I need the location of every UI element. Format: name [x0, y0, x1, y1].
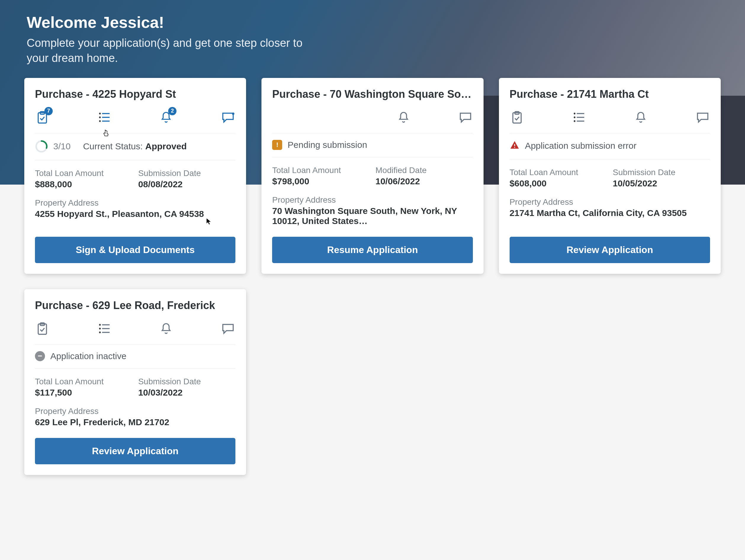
bell-icon[interactable]: 2 [159, 110, 173, 125]
address-label: Property Address [510, 197, 710, 207]
total-loan-value: $608,000 [510, 178, 607, 188]
welcome-subtitle: Complete your application(s) and get one… [27, 36, 311, 66]
primary-cta-button[interactable]: Review Application [35, 438, 235, 464]
card-title: Purchase - 70 Washington Square So… [272, 88, 473, 100]
total-loan-value: $798,000 [272, 176, 369, 186]
total-loan-label: Total Loan Amount [35, 377, 132, 386]
bell-icon[interactable] [634, 110, 648, 125]
address-value: 4255 Hopyard St., Pleasanton, CA 94538 [35, 209, 235, 219]
card-icon-row [272, 110, 473, 133]
status-row: 3/10 Current Status: Approved [35, 133, 235, 160]
svg-point-25 [574, 120, 575, 122]
total-loan-label: Total Loan Amount [272, 166, 369, 175]
address-value: 70 Washington Square South, New York, NY… [272, 206, 473, 226]
svg-point-2 [99, 113, 101, 114]
inactive-icon: − [35, 351, 45, 361]
svg-point-31 [99, 324, 101, 325]
address-field: Property Address 70 Washington Square So… [272, 195, 473, 226]
tasks-badge: 7 [44, 107, 53, 115]
application-card: Purchase - 4225 Hopyard St 7 2 3/10 Curr… [24, 78, 246, 274]
bell-icon[interactable] [396, 110, 411, 125]
bell-icon[interactable] [159, 321, 173, 336]
details-grid: Total Loan Amount $888,000 Submission Da… [35, 160, 235, 219]
total-loan-value: $888,000 [35, 179, 132, 189]
date-label: Submission Date [613, 168, 710, 177]
warning-icon: ! [272, 140, 282, 150]
alerts-badge: 2 [168, 107, 176, 115]
details-grid: Total Loan Amount $608,000 Submission Da… [510, 159, 710, 218]
card-title: Purchase - 21741 Martha Ct [510, 88, 710, 100]
tasks-icon[interactable] [35, 321, 50, 336]
list-icon[interactable] [572, 110, 586, 125]
status-value: Approved [145, 141, 187, 151]
card-icon-row: 7 2 [35, 110, 235, 133]
address-value: 21741 Martha Ct, California City, CA 935… [510, 208, 710, 218]
chat-icon[interactable] [695, 110, 710, 125]
card-icon-row [35, 321, 235, 345]
total-loan-field: Total Loan Amount $117,500 [35, 377, 132, 398]
date-label: Modified Date [376, 166, 473, 175]
total-loan-field: Total Loan Amount $608,000 [510, 168, 607, 188]
card-icon-row [510, 110, 710, 133]
applications-grid: Purchase - 4225 Hopyard St 7 2 3/10 Curr… [0, 78, 745, 499]
primary-cta-button[interactable]: Resume Application [272, 237, 473, 263]
address-label: Property Address [35, 198, 235, 208]
svg-point-6 [99, 120, 101, 122]
svg-point-35 [99, 331, 101, 333]
address-field: Property Address 4255 Hopyard St., Pleas… [35, 198, 235, 219]
total-loan-value: $117,500 [35, 387, 132, 398]
details-grid: Total Loan Amount $117,500 Submission Da… [35, 369, 235, 427]
total-loan-label: Total Loan Amount [35, 168, 132, 178]
address-label: Property Address [35, 406, 235, 416]
svg-rect-28 [514, 147, 515, 148]
date-value: 08/08/2022 [138, 179, 236, 189]
svg-point-21 [574, 113, 575, 114]
date-field: Modified Date 10/06/2022 [376, 166, 473, 186]
tasks-icon[interactable]: 7 [35, 110, 50, 125]
error-icon [510, 140, 520, 152]
progress-text: 3/10 [53, 141, 70, 151]
total-loan-field: Total Loan Amount $888,000 [35, 168, 132, 189]
primary-cta-button[interactable]: Sign & Upload Documents [35, 237, 235, 263]
svg-point-8 [232, 112, 234, 115]
details-grid: Total Loan Amount $798,000 Modified Date… [272, 157, 473, 226]
date-value: 10/03/2022 [138, 387, 236, 398]
address-field: Property Address 629 Lee Pl, Frederick, … [35, 406, 235, 427]
address-field: Property Address 21741 Martha Ct, Califo… [510, 197, 710, 218]
welcome-title: Welcome Jessica! [27, 13, 718, 31]
date-value: 10/06/2022 [376, 176, 473, 186]
date-field: Submission Date 10/05/2022 [613, 168, 710, 188]
date-field: Submission Date 08/08/2022 [138, 168, 236, 189]
primary-cta-button[interactable]: Review Application [510, 237, 710, 263]
list-icon[interactable] [97, 321, 111, 336]
application-card: Purchase - 70 Washington Square So… ! Pe… [261, 78, 483, 274]
chat-icon[interactable] [221, 110, 235, 125]
chat-icon[interactable] [221, 321, 235, 336]
status-row: ! Pending submission [272, 133, 473, 157]
tasks-icon[interactable] [510, 110, 524, 125]
status-text: Pending submission [288, 140, 367, 150]
chat-icon[interactable] [458, 110, 473, 125]
list-icon[interactable] [97, 110, 111, 125]
svg-rect-27 [514, 144, 515, 146]
svg-point-4 [99, 117, 101, 118]
svg-point-23 [574, 117, 575, 118]
status-row: Application submission error [510, 133, 710, 159]
progress-ring-icon [35, 140, 48, 153]
date-label: Submission Date [138, 168, 236, 178]
status-text: Application submission error [525, 141, 637, 151]
total-loan-label: Total Loan Amount [510, 168, 607, 177]
status-text: Application inactive [50, 351, 126, 361]
date-value: 10/05/2022 [613, 178, 710, 188]
card-title: Purchase - 4225 Hopyard St [35, 88, 235, 100]
date-label: Submission Date [138, 377, 236, 386]
card-title: Purchase - 629 Lee Road, Frederick [35, 299, 235, 312]
address-value: 629 Lee Pl, Frederick, MD 21702 [35, 417, 235, 427]
total-loan-field: Total Loan Amount $798,000 [272, 166, 369, 186]
status-row: − Application inactive [35, 345, 235, 369]
application-card: Purchase - 629 Lee Road, Frederick − App… [24, 289, 246, 475]
address-label: Property Address [272, 195, 473, 205]
svg-point-33 [99, 328, 101, 330]
date-field: Submission Date 10/03/2022 [138, 377, 236, 398]
application-card: Purchase - 21741 Martha Ct Application s… [499, 78, 721, 274]
